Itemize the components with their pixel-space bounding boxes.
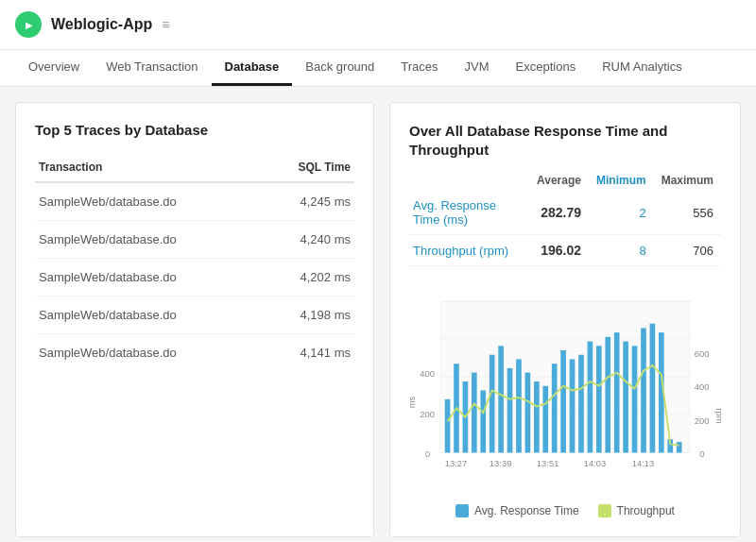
legend-label: Throughput [617,504,675,517]
app-title: Weblogic-App [51,16,152,33]
app-status-icon [15,11,42,38]
svg-text:13:27: 13:27 [445,458,468,468]
svg-text:400: 400 [695,381,710,392]
stat-minimum: 8 [589,235,654,266]
svg-text:600: 600 [695,348,710,359]
svg-text:200: 200 [420,409,435,419]
svg-rect-20 [490,355,495,453]
svg-rect-29 [570,359,576,452]
sql-time-cell: 4,198 ms [261,296,354,334]
col-minimum: Minimum [589,170,654,191]
svg-rect-23 [516,359,522,452]
nav-item-jvm[interactable]: JVM [452,50,503,86]
svg-rect-19 [480,390,486,452]
transaction-cell: SampleWeb/database.do [35,182,261,221]
col-average: Average [529,170,589,191]
svg-text:200: 200 [695,415,710,426]
header: Weblogic-App ≡ OverviewWeb TransactionDa… [0,0,756,87]
stats-row: Throughput (rpm) 196.02 8 706 [409,235,721,266]
table-row: SampleWeb/database.do4,141 ms [35,334,354,372]
traces-table: Transaction SQL Time SampleWeb/database.… [35,153,354,371]
svg-rect-38 [650,324,656,453]
svg-rect-25 [534,381,540,452]
stat-maximum: 556 [654,191,721,235]
legend-color [455,504,469,517]
svg-rect-36 [632,346,638,452]
transaction-cell: SampleWeb/database.do [35,259,261,296]
svg-rect-37 [641,328,646,452]
svg-rect-27 [552,364,558,452]
svg-text:rpm: rpm [714,408,721,423]
svg-text:ms: ms [409,396,417,408]
svg-text:14:03: 14:03 [584,458,607,468]
stat-label: Avg. Response Time (ms) [409,191,529,235]
nav-item-database[interactable]: Database [212,50,293,86]
sql-time-cell: 4,202 ms [261,259,354,296]
svg-rect-22 [507,368,513,453]
stats-summary-table: Average Minimum Maximum Avg. Response Ti… [409,170,721,266]
col-maximum: Maximum [654,170,721,191]
right-panel-title: Over All Database Response Time and Thro… [409,122,721,159]
stat-label: Throughput (rpm) [409,235,529,266]
transaction-cell: SampleWeb/database.do [35,221,261,259]
svg-rect-15 [445,399,451,453]
svg-rect-34 [614,332,620,452]
stats-row: Avg. Response Time (ms) 282.79 2 556 [409,191,721,235]
svg-rect-32 [596,346,602,452]
nav-item-rum-analytics[interactable]: RUM Analytics [589,50,696,86]
stat-average: 282.79 [529,191,589,235]
nav-item-web-transaction[interactable]: Web Transaction [93,50,211,86]
main-content: Top 5 Traces by Database Transaction SQL… [0,87,756,542]
svg-text:14:13: 14:13 [632,458,655,468]
svg-text:400: 400 [420,368,435,379]
svg-rect-33 [605,337,610,453]
table-row: SampleWeb/database.do4,245 ms [35,182,354,221]
stat-minimum: 2 [589,191,654,235]
legend-label: Avg. Response Time [474,504,579,517]
nav-item-exceptions[interactable]: Exceptions [503,50,590,86]
response-time-panel: Over All Database Response Time and Thro… [389,102,741,537]
svg-text:13:51: 13:51 [537,458,559,468]
nav-item-traces[interactable]: Traces [387,50,451,86]
chart-svg: 0 200 400 0 200 400 600 ms rpm [409,278,721,485]
svg-text:0: 0 [699,449,704,459]
sql-time-cell: 4,245 ms [261,182,354,221]
col-sql-time: SQL Time [261,153,354,182]
nav-item-overview[interactable]: Overview [15,50,93,86]
hamburger-icon[interactable]: ≡ [162,17,169,32]
stat-average: 196.02 [529,235,589,266]
legend-color [598,504,611,517]
svg-text:0: 0 [425,449,430,459]
stat-maximum: 706 [654,235,721,266]
col-transaction: Transaction [35,153,261,182]
left-panel-title: Top 5 Traces by Database [35,122,354,138]
transaction-cell: SampleWeb/database.do [35,296,261,334]
legend-item: Throughput [598,504,675,517]
sql-time-cell: 4,141 ms [261,334,354,372]
svg-rect-41 [677,442,682,452]
svg-text:13:39: 13:39 [490,458,512,468]
main-nav: OverviewWeb TransactionDatabaseBack grou… [0,50,756,87]
nav-item-background[interactable]: Back ground [292,50,387,86]
svg-rect-30 [578,355,584,453]
svg-rect-26 [542,386,548,453]
svg-rect-28 [560,350,566,452]
table-row: SampleWeb/database.do4,202 ms [35,259,354,296]
table-row: SampleWeb/database.do4,198 ms [35,296,354,334]
svg-rect-21 [498,346,504,452]
svg-rect-24 [525,373,531,453]
svg-rect-18 [472,373,477,453]
table-row: SampleWeb/database.do4,240 ms [35,221,354,259]
chart-legend: Avg. Response TimeThroughput [409,497,721,517]
top-traces-panel: Top 5 Traces by Database Transaction SQL… [15,102,374,537]
chart-area: 0 200 400 0 200 400 600 ms rpm [409,278,721,485]
svg-rect-35 [623,342,628,453]
svg-rect-31 [588,342,593,453]
sql-time-cell: 4,240 ms [261,221,354,259]
transaction-cell: SampleWeb/database.do [35,334,261,372]
legend-item: Avg. Response Time [455,504,579,517]
